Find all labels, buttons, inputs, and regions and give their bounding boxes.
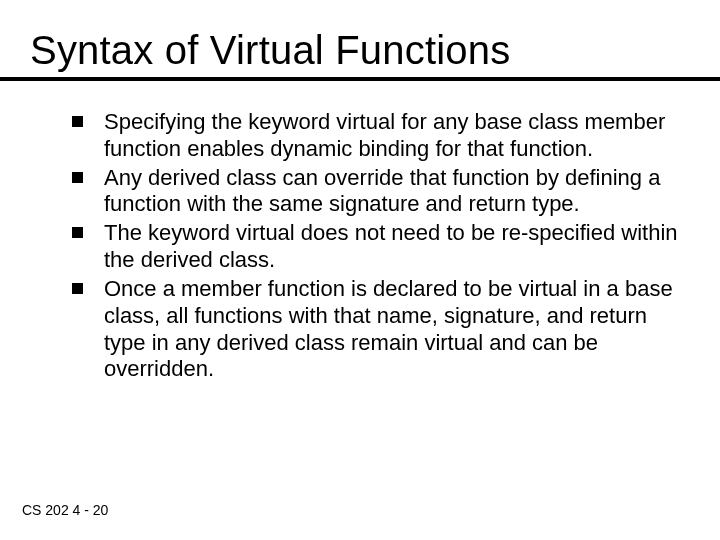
square-bullet-icon — [72, 283, 83, 294]
square-bullet-icon — [72, 172, 83, 183]
slide: Syntax of Virtual Functions Specifying t… — [0, 0, 720, 540]
title-underline — [0, 77, 720, 81]
square-bullet-icon — [72, 227, 83, 238]
list-item-text: The keyword virtual does not need to be … — [104, 220, 678, 272]
bullet-list: Specifying the keyword virtual for any b… — [34, 109, 686, 383]
list-item-text: Specifying the keyword virtual for any b… — [104, 109, 665, 161]
list-item: Any derived class can override that func… — [72, 165, 678, 219]
list-item-text: Once a member function is declared to be… — [104, 276, 673, 381]
square-bullet-icon — [72, 116, 83, 127]
list-item: Specifying the keyword virtual for any b… — [72, 109, 678, 163]
slide-footer: CS 202 4 - 20 — [22, 502, 108, 518]
slide-title: Syntax of Virtual Functions — [30, 28, 686, 73]
list-item-text: Any derived class can override that func… — [104, 165, 660, 217]
list-item: The keyword virtual does not need to be … — [72, 220, 678, 274]
list-item: Once a member function is declared to be… — [72, 276, 678, 383]
